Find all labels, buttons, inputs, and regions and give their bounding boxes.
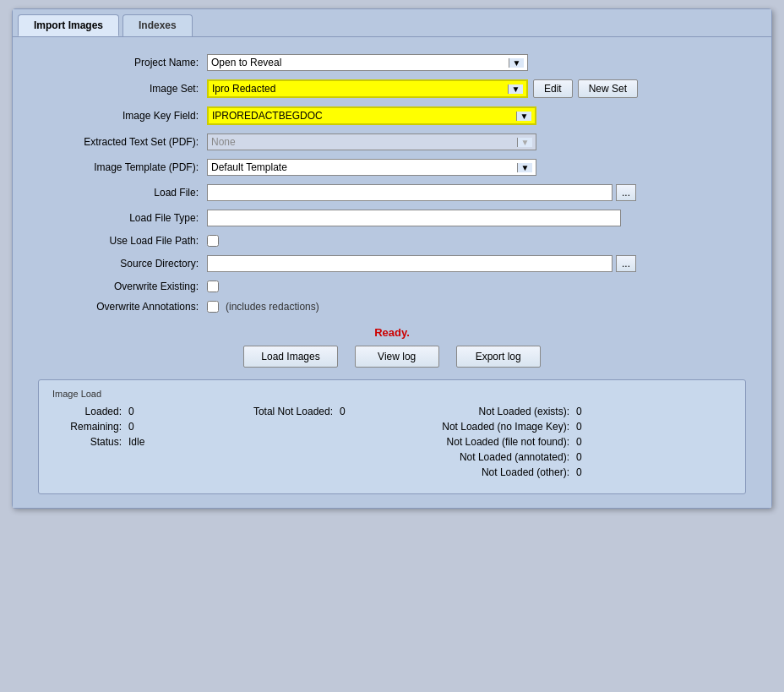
action-buttons: Load Images View log Export log [38,346,746,368]
image-load-section: Image Load Loaded: 0 Remaining: 0 Status… [38,379,746,494]
remaining-value: 0 [128,421,134,433]
not-loaded-exists-value: 0 [576,406,582,417]
image-set-value: Ipro Redacted [212,83,508,95]
new-set-button[interactable]: New Set [578,79,638,98]
image-template-dropdown-arrow[interactable]: ▼ [517,163,532,172]
source-directory-browse-button[interactable]: ... [616,255,636,272]
includes-redactions-text: (includes redactions) [226,301,319,313]
status-label: Status: [52,436,128,448]
tab-import-images[interactable]: Import Images [18,14,119,36]
stats-right: Not Loaded (exists): 0 Not Loaded (no Im… [407,406,732,482]
not-loaded-file-not-found-row: Not Loaded (file not found): 0 [407,436,732,448]
image-set-row: Image Set: Ipro Redacted ▼ Edit New Set [38,79,746,98]
content-area: Project Name: Open to Reveal ▼ Image Set… [13,37,771,508]
use-load-file-path-checkbox[interactable] [207,235,219,247]
image-key-field-label: Image Key Field: [38,110,207,122]
load-file-control: Z:\Product Migrations\Open to Reveal\Cas… [207,184,746,201]
total-not-loaded-row: Total Not Loaded: 0 [221,406,407,417]
load-file-label: Load File: [38,187,207,199]
overwrite-annotations-label: Overwrite Annotations: [38,301,207,313]
use-load-file-path-row: Use Load File Path: [38,235,746,247]
not-loaded-no-image-key-label: Not Loaded (no Image Key): [407,421,576,433]
load-file-type-label: Load File Type: [38,212,207,224]
extracted-text-row: Extracted Text Set (PDF): None ▼ [38,133,746,150]
image-key-field-select[interactable]: IPROREDACTBEGDOC ▼ [207,106,536,125]
image-template-value: Default Template [211,161,517,173]
image-template-row: Image Template (PDF): Default Template ▼ [38,159,746,176]
export-log-button[interactable]: Export log [456,346,541,368]
image-set-select[interactable]: Ipro Redacted ▼ [207,79,528,98]
image-template-label: Image Template (PDF): [38,161,207,173]
not-loaded-file-not-found-label: Not Loaded (file not found): [407,436,576,448]
image-key-field-control: IPROREDACTBEGDOC ▼ [207,106,746,125]
image-template-select[interactable]: Default Template ▼ [207,159,536,176]
use-load-file-path-control [207,235,746,247]
overwrite-existing-row: Overwrite Existing: [38,281,746,292]
not-loaded-file-not-found-value: 0 [576,436,582,448]
remaining-label: Remaining: [52,421,128,433]
not-loaded-exists-label: Not Loaded (exists): [407,406,576,417]
not-loaded-other-label: Not Loaded (other): [407,466,576,478]
load-file-type-control: Opticon [207,210,746,226]
project-name-value: Open to Reveal [211,57,509,68]
not-loaded-exists-row: Not Loaded (exists): 0 [407,406,732,417]
overwrite-annotations-checkbox[interactable] [207,301,219,313]
extracted-text-dropdown-arrow[interactable]: ▼ [517,138,532,147]
status-value: Idle [128,436,144,448]
load-file-type-input[interactable]: Opticon [207,210,621,226]
extracted-text-select[interactable]: None ▼ [207,133,536,150]
tab-indexes[interactable]: Indexes [122,14,193,36]
not-loaded-no-image-key-value: 0 [576,421,582,433]
remaining-row: Remaining: 0 [52,421,221,433]
not-loaded-no-image-key-row: Not Loaded (no Image Key): 0 [407,421,732,433]
main-window: Import Images Indexes Project Name: Open… [12,8,772,509]
overwrite-existing-label: Overwrite Existing: [38,281,207,292]
status-area: Ready. [38,326,746,339]
overwrite-existing-control [207,281,746,292]
image-template-control: Default Template ▼ [207,159,746,176]
use-load-file-path-label: Use Load File Path: [38,235,207,247]
status-text: Ready. [374,326,410,339]
image-key-field-dropdown-arrow[interactable]: ▼ [516,112,531,121]
project-name-select[interactable]: Open to Reveal ▼ [207,54,528,71]
not-loaded-annotated-value: 0 [576,451,582,463]
edit-button[interactable]: Edit [533,79,573,98]
load-images-button[interactable]: Load Images [243,346,337,368]
image-key-field-row: Image Key Field: IPROREDACTBEGDOC ▼ [38,106,746,125]
stats-middle: Total Not Loaded: 0 [221,406,407,421]
source-directory-row: Source Directory: Z:\Product Migrations\… [38,255,746,272]
load-file-row: Load File: Z:\Product Migrations\Open to… [38,184,746,201]
not-loaded-other-value: 0 [576,466,582,478]
tab-indexes-label: Indexes [139,19,177,31]
view-log-button[interactable]: View log [355,346,439,368]
status-row: Status: Idle [52,436,221,448]
loaded-row: Loaded: 0 [52,406,221,417]
stats-left: Loaded: 0 Remaining: 0 Status: Idle [52,406,221,451]
image-set-dropdown-arrow[interactable]: ▼ [508,84,523,94]
overwrite-annotations-row: Overwrite Annotations: (includes redacti… [38,301,746,313]
tab-import-images-label: Import Images [34,19,103,31]
image-load-title: Image Load [52,389,732,399]
load-file-browse-button[interactable]: ... [616,184,636,201]
project-name-dropdown-arrow[interactable]: ▼ [509,58,524,68]
load-file-type-row: Load File Type: Opticon [38,210,746,226]
image-key-field-value: IPROREDACTBEGDOC [212,110,516,122]
stats-area: Loaded: 0 Remaining: 0 Status: Idle [52,406,732,482]
extracted-text-control: None ▼ [207,133,746,150]
total-not-loaded-label: Total Not Loaded: [221,406,340,417]
loaded-value: 0 [128,406,134,417]
project-name-label: Project Name: [38,57,207,68]
project-name-control: Open to Reveal ▼ [207,54,746,71]
tab-bar: Import Images Indexes [13,9,771,37]
extracted-text-label: Extracted Text Set (PDF): [38,136,207,148]
load-file-input[interactable]: Z:\Product Migrations\Open to Reveal\Cas… [207,184,612,201]
source-directory-label: Source Directory: [38,258,207,270]
image-set-label: Image Set: [38,83,207,95]
loaded-label: Loaded: [52,406,128,417]
overwrite-annotations-control: (includes redactions) [207,301,746,313]
overwrite-existing-checkbox[interactable] [207,281,219,292]
source-directory-input[interactable]: Z:\Product Migrations\Open to Reveal\Cas… [207,255,612,272]
not-loaded-annotated-row: Not Loaded (annotated): 0 [407,451,732,463]
total-not-loaded-value: 0 [340,406,346,417]
not-loaded-annotated-label: Not Loaded (annotated): [407,451,576,463]
